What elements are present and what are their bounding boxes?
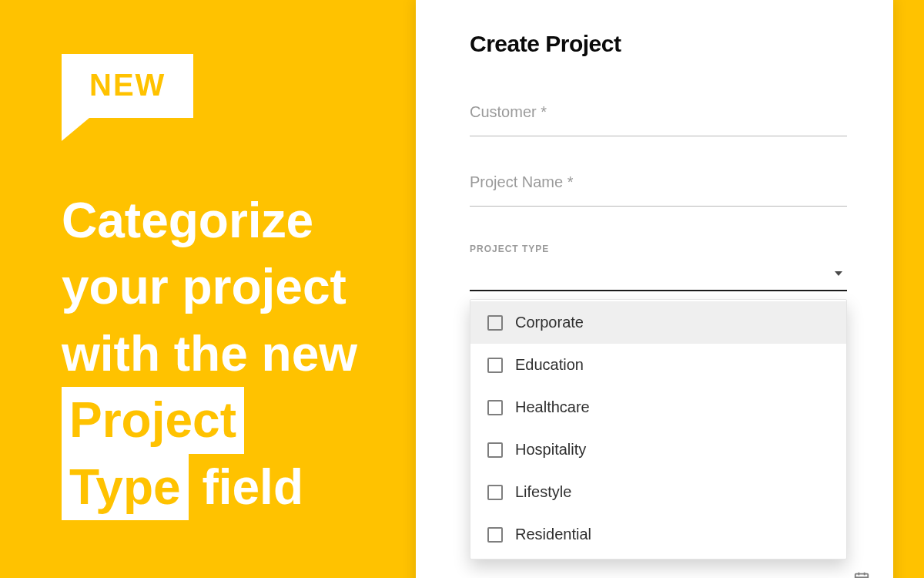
page-title: Create Project [470, 31, 847, 57]
option-residential[interactable]: Residential [470, 513, 846, 556]
project-type-menu: Corporate Education Healthcare Hospitali… [470, 299, 847, 560]
promo-panel: NEW Categorize your project with the new… [0, 0, 408, 578]
create-project-panel: Create Project Customer * Project Name *… [416, 0, 893, 578]
project-type-select[interactable] [470, 257, 847, 291]
headline-text-2: field [202, 459, 303, 515]
option-corporate[interactable]: Corporate [470, 301, 846, 344]
option-education[interactable]: Education [470, 344, 846, 386]
project-name-field[interactable]: Project Name * [470, 173, 847, 207]
new-badge-text: NEW [89, 68, 166, 102]
headline-highlight-1: Project [62, 387, 244, 453]
headline-highlight-2: Type [62, 454, 189, 520]
new-badge: NEW [62, 54, 193, 118]
customer-field[interactable]: Customer * [470, 103, 847, 136]
checkbox-icon [487, 358, 503, 373]
option-label: Hospitality [515, 441, 586, 459]
option-label: Lifestyle [515, 483, 571, 501]
project-type-caption: PROJECT TYPE [470, 244, 847, 254]
project-name-label: Project Name * [470, 173, 847, 191]
option-lifestyle[interactable]: Lifestyle [470, 471, 846, 513]
form-wrap: Create Project Customer * Project Name *… [408, 0, 924, 578]
calendar-icon [852, 570, 872, 578]
option-healthcare[interactable]: Healthcare [470, 386, 846, 428]
checkbox-icon [487, 400, 503, 415]
option-label: Education [515, 356, 584, 374]
option-label: Healthcare [515, 398, 590, 416]
checkbox-icon [487, 315, 503, 331]
checkbox-icon [487, 527, 503, 543]
option-label: Residential [515, 526, 591, 543]
option-hospitality[interactable]: Hospitality [470, 428, 846, 471]
option-label: Corporate [515, 314, 584, 331]
stage: NEW Categorize your project with the new… [0, 0, 924, 578]
checkbox-icon [487, 442, 503, 458]
headline-text-1: Categorize your project with the new [62, 193, 357, 381]
promo-headline: Categorize your project with the new Pro… [62, 187, 377, 520]
customer-label: Customer * [470, 103, 847, 121]
chevron-down-icon [835, 271, 842, 276]
project-name-input-line [470, 205, 847, 207]
checkbox-icon [487, 485, 503, 500]
project-type-field: PROJECT TYPE Corporate Education [470, 244, 847, 560]
customer-input-line [470, 135, 847, 136]
